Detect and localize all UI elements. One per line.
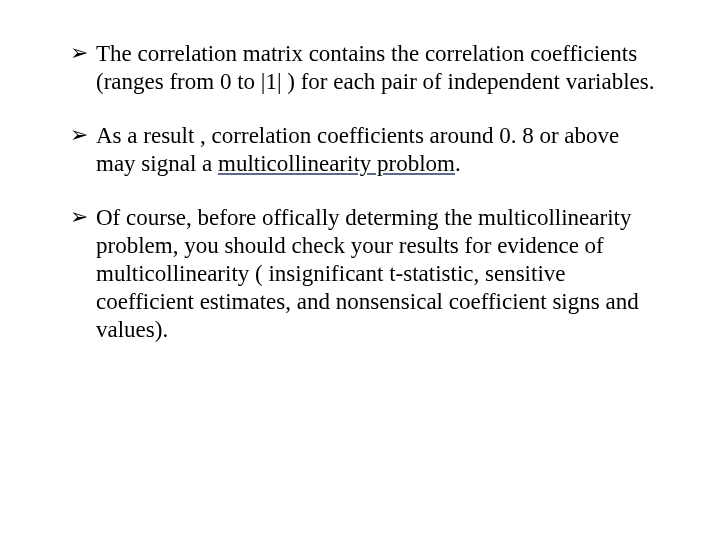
bullet-item: As a result , correlation coefficients a… bbox=[70, 122, 660, 178]
slide-content: The correlation matrix contains the corr… bbox=[0, 0, 720, 410]
bullet-text-underlined: multicollinearity problom bbox=[218, 151, 455, 176]
bullet-text-suffix: . bbox=[455, 151, 461, 176]
bullet-text: Of course, before offically determing th… bbox=[96, 205, 639, 342]
bullet-text: The correlation matrix contains the corr… bbox=[96, 41, 654, 94]
bullet-item: The correlation matrix contains the corr… bbox=[70, 40, 660, 96]
bullet-list: The correlation matrix contains the corr… bbox=[70, 40, 660, 344]
bullet-item: Of course, before offically determing th… bbox=[70, 204, 660, 344]
